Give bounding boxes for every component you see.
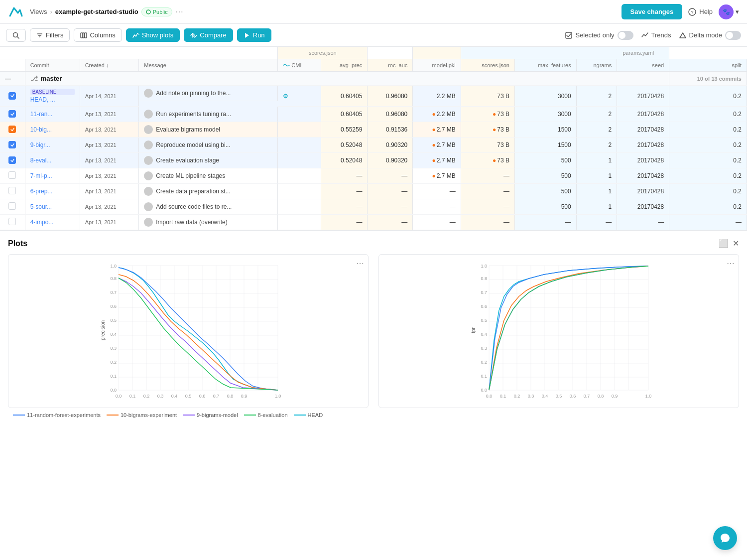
row-cml (278, 138, 321, 153)
filters-button[interactable]: Filters (30, 28, 70, 42)
row-commit[interactable]: 9-bigr... (25, 138, 80, 153)
row-message: Add note on pinning to the... (139, 86, 278, 101)
10big-roc-line (489, 266, 648, 390)
row-commit[interactable]: 7-ml-p... (25, 168, 80, 184)
row-model-pkl: ●— (413, 215, 461, 230)
chart-legend: 11-random-forest-experiments 10-bigrams-… (8, 412, 739, 418)
delta-icon (679, 32, 686, 39)
row-checkbox[interactable] (0, 168, 25, 184)
row-split: 0.2 (669, 168, 747, 184)
row-commit[interactable]: 11-ran... (25, 107, 80, 122)
svg-text:0.3: 0.3 (157, 394, 164, 399)
row-roc-auc: 0.96080 (368, 86, 413, 107)
th-message: Message (139, 59, 278, 72)
svg-text:0.7: 0.7 (110, 290, 117, 295)
row-checkbox[interactable] (0, 153, 25, 168)
table-row: 7-ml-p... Apr 13, 2021 Create ML pipelin… (0, 168, 747, 184)
legend-10big-label: 10-bigrams-experiment (121, 412, 177, 418)
row-model-pkl: ●2.7 MB (413, 138, 461, 153)
chart2-menu[interactable]: ⋯ (727, 259, 735, 268)
toolbar: Filters Columns Show plots Compare Run S… (0, 24, 747, 47)
compare-button[interactable]: Compare (184, 28, 233, 42)
row-split: 0.2 (669, 138, 747, 153)
table-row: 5-sour... Apr 13, 2021 Add source code f… (0, 199, 747, 215)
row-ngrams: 1 (576, 168, 617, 184)
run-button[interactable]: Run (237, 28, 271, 42)
avatar-chevron-icon[interactable]: ▾ (736, 8, 739, 15)
row-max-features: 500 (514, 184, 576, 199)
th-params-group: params.yaml (461, 47, 669, 59)
row-commit[interactable]: 5-sour... (25, 199, 80, 215)
plots-minimize-button[interactable]: ⬜ (719, 239, 729, 248)
row-scores-json: ●73 B (461, 138, 514, 153)
row-checkbox[interactable] (0, 107, 25, 122)
row-max-features: — (514, 215, 576, 230)
row-avg-prec: — (321, 168, 368, 184)
row-message: Import raw data (overwrite) (139, 215, 278, 230)
search-icon (12, 32, 19, 39)
plots-actions: ⬜ ✕ (719, 239, 739, 248)
columns-button[interactable]: Columns (74, 28, 122, 42)
more-icon[interactable]: ⋯ (175, 7, 183, 16)
master-label: ⎇ master (25, 72, 669, 86)
row-message: Run experiments tuning ra... (139, 107, 278, 122)
logo-icon (8, 4, 24, 20)
row-commit[interactable]: 4-impo... (25, 215, 80, 230)
row-scores-json: ●73 B (461, 107, 514, 122)
selected-only-label: Selected only (575, 31, 614, 39)
row-max-features: 500 (514, 153, 576, 168)
svg-text:0.5: 0.5 (556, 394, 562, 399)
row-commit[interactable]: 10-big... (25, 122, 80, 138)
row-checkbox[interactable] (0, 138, 25, 153)
legend-10big: 10-bigrams-experiment (107, 412, 177, 418)
search-button[interactable] (6, 29, 26, 42)
table-row: 10-big... Apr 13, 2021 Evaluate bigrams … (0, 122, 747, 138)
chart1-menu[interactable]: ⋯ (356, 259, 364, 268)
plots-icon (132, 32, 139, 39)
row-checkbox[interactable] (0, 122, 25, 138)
svg-text:0.2: 0.2 (143, 394, 150, 399)
row-checkbox[interactable] (0, 199, 25, 215)
master-collapse-btn[interactable]: — (0, 72, 25, 86)
plots-section: Plots ⬜ ✕ ⋯ (0, 231, 747, 426)
legend-11rf: 11-random-forest-experiments (13, 412, 101, 418)
svg-line-4 (17, 36, 19, 38)
row-scores-json: ●— (461, 184, 514, 199)
th-modelpkl-group (368, 47, 413, 59)
row-split: 0.2 (669, 153, 747, 168)
save-changes-button[interactable]: Save changes (622, 4, 683, 19)
breadcrumb-parent[interactable]: Views (30, 8, 47, 15)
selected-only-toggle[interactable] (618, 31, 633, 40)
row-cml (278, 199, 321, 215)
row-seed: 20170428 (617, 138, 669, 153)
svg-text:0.4: 0.4 (171, 394, 178, 399)
svg-text:0.8: 0.8 (227, 394, 234, 399)
row-checkbox[interactable] (0, 184, 25, 199)
row-created: Apr 13, 2021 (80, 168, 139, 184)
row-model-pkl: ●— (413, 184, 461, 199)
row-avg-prec: 0.52048 (321, 138, 368, 153)
th-scoresjson-group (413, 47, 461, 59)
row-seed: 20170428 (617, 86, 669, 107)
svg-marker-11 (245, 33, 249, 38)
row-scores-json: ●73 B (461, 86, 514, 107)
row-message: Evaluate bigrams model (139, 122, 278, 138)
row-checkbox[interactable] (0, 86, 25, 107)
row-max-features: 3000 (514, 86, 576, 107)
plots-close-button[interactable]: ✕ (733, 239, 739, 248)
breadcrumb-arrow: › (50, 8, 52, 15)
precision-recall-svg: 0.0 0.1 0.2 0.3 0.4 0.5 0.6 0.7 0.8 1.0 … (14, 261, 362, 400)
help-button[interactable]: ? Help (688, 8, 713, 16)
row-ngrams: 1 (576, 153, 617, 168)
svg-text:0.0: 0.0 (481, 388, 487, 393)
svg-text:0.7: 0.7 (213, 394, 220, 399)
row-commit[interactable]: BASELINE HEAD, ... (25, 86, 80, 107)
row-checkbox[interactable] (0, 215, 25, 230)
avatar[interactable]: 🐾 (719, 4, 734, 19)
row-commit[interactable]: 8-eval... (25, 153, 80, 168)
svg-rect-10 (83, 33, 85, 38)
show-plots-button[interactable]: Show plots (126, 28, 180, 42)
delta-mode-toggle[interactable] (725, 31, 741, 40)
head-roc-line (489, 266, 648, 390)
row-commit[interactable]: 6-prep... (25, 184, 80, 199)
